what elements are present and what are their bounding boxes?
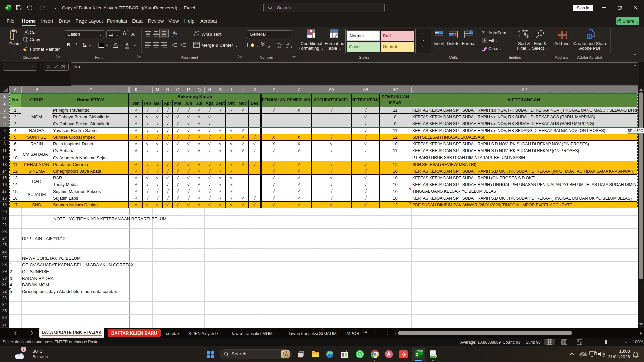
svg-text:A: A (518, 29, 520, 34)
svg-text:.00: .00 (286, 42, 289, 45)
svg-text:x: x (416, 352, 418, 357)
svg-text:.0: .0 (280, 42, 282, 45)
svg-text:.0: .0 (286, 45, 288, 48)
svg-text:c: c (194, 33, 195, 36)
svg-text:x: x (6, 6, 8, 10)
svg-text:.00: .00 (277, 45, 281, 48)
svg-text:Z: Z (518, 34, 520, 39)
